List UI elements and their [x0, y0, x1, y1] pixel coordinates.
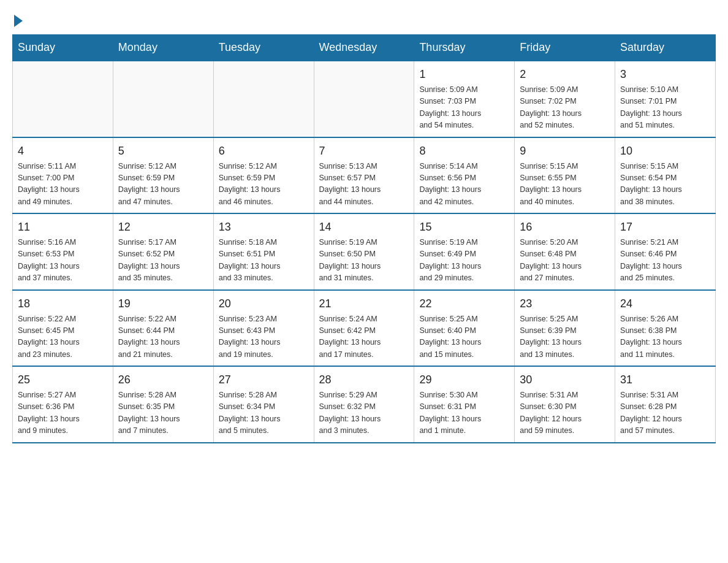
day-number: 31 [620, 372, 710, 388]
day-number: 14 [319, 219, 409, 236]
day-number: 24 [620, 296, 710, 312]
day-info: Sunrise: 5:12 AMSunset: 6:59 PMDaylight:… [118, 161, 208, 209]
day-info: Sunrise: 5:11 AMSunset: 7:00 PMDaylight:… [18, 161, 108, 209]
calendar-cell [213, 61, 314, 137]
day-number: 26 [118, 372, 208, 388]
weekday-header-wednesday: Wednesday [314, 35, 414, 61]
calendar-cell: 25Sunrise: 5:27 AMSunset: 6:36 PMDayligh… [13, 366, 113, 443]
day-info: Sunrise: 5:17 AMSunset: 6:52 PMDaylight:… [118, 237, 208, 285]
day-info: Sunrise: 5:15 AMSunset: 6:55 PMDaylight:… [520, 161, 610, 209]
day-info: Sunrise: 5:22 AMSunset: 6:44 PMDaylight:… [118, 313, 208, 361]
day-number: 18 [18, 296, 108, 312]
calendar-cell: 7Sunrise: 5:13 AMSunset: 6:57 PMDaylight… [314, 137, 414, 214]
day-info: Sunrise: 5:31 AMSunset: 6:28 PMDaylight:… [620, 389, 710, 437]
day-info: Sunrise: 5:12 AMSunset: 6:59 PMDaylight:… [219, 161, 309, 209]
day-number: 9 [520, 143, 610, 159]
calendar-cell: 31Sunrise: 5:31 AMSunset: 6:28 PMDayligh… [615, 366, 716, 443]
day-info: Sunrise: 5:25 AMSunset: 6:39 PMDaylight:… [520, 313, 610, 361]
day-info: Sunrise: 5:29 AMSunset: 6:32 PMDaylight:… [319, 389, 409, 437]
day-info: Sunrise: 5:28 AMSunset: 6:34 PMDaylight:… [219, 389, 309, 437]
day-info: Sunrise: 5:30 AMSunset: 6:31 PMDaylight:… [419, 389, 509, 437]
calendar-cell: 6Sunrise: 5:12 AMSunset: 6:59 PMDaylight… [213, 137, 314, 214]
calendar-cell: 3Sunrise: 5:10 AMSunset: 7:01 PMDaylight… [615, 61, 716, 137]
calendar-cell [314, 61, 414, 137]
calendar-cell [13, 61, 113, 137]
day-number: 28 [319, 372, 409, 388]
calendar-cell: 16Sunrise: 5:20 AMSunset: 6:48 PMDayligh… [515, 213, 615, 290]
weekday-header-thursday: Thursday [414, 35, 515, 61]
day-number: 27 [219, 372, 309, 388]
day-number: 1 [419, 66, 509, 83]
day-info: Sunrise: 5:14 AMSunset: 6:56 PMDaylight:… [419, 161, 509, 209]
day-info: Sunrise: 5:21 AMSunset: 6:46 PMDaylight:… [620, 237, 710, 285]
calendar-cell: 26Sunrise: 5:28 AMSunset: 6:35 PMDayligh… [113, 366, 213, 443]
day-info: Sunrise: 5:16 AMSunset: 6:53 PMDaylight:… [18, 237, 108, 285]
calendar-cell: 28Sunrise: 5:29 AMSunset: 6:32 PMDayligh… [314, 366, 414, 443]
week-row-2: 4Sunrise: 5:11 AMSunset: 7:00 PMDaylight… [13, 137, 716, 214]
day-number: 23 [520, 296, 610, 312]
day-number: 25 [18, 372, 108, 388]
page-header [12, 12, 716, 22]
calendar-cell: 22Sunrise: 5:25 AMSunset: 6:40 PMDayligh… [414, 290, 515, 367]
day-info: Sunrise: 5:09 AMSunset: 7:03 PMDaylight:… [419, 84, 509, 132]
day-number: 21 [319, 296, 409, 312]
calendar-cell: 21Sunrise: 5:24 AMSunset: 6:42 PMDayligh… [314, 290, 414, 367]
day-info: Sunrise: 5:28 AMSunset: 6:35 PMDaylight:… [118, 389, 208, 437]
calendar-cell: 10Sunrise: 5:15 AMSunset: 6:54 PMDayligh… [615, 137, 716, 214]
day-info: Sunrise: 5:09 AMSunset: 7:02 PMDaylight:… [520, 84, 610, 132]
calendar-cell: 5Sunrise: 5:12 AMSunset: 6:59 PMDaylight… [113, 137, 213, 214]
calendar-cell: 17Sunrise: 5:21 AMSunset: 6:46 PMDayligh… [615, 213, 716, 290]
day-number: 6 [219, 143, 309, 159]
weekday-header-sunday: Sunday [13, 35, 113, 61]
day-number: 12 [118, 219, 208, 236]
day-info: Sunrise: 5:20 AMSunset: 6:48 PMDaylight:… [520, 237, 610, 285]
day-info: Sunrise: 5:31 AMSunset: 6:30 PMDaylight:… [520, 389, 610, 437]
day-info: Sunrise: 5:27 AMSunset: 6:36 PMDaylight:… [18, 389, 108, 437]
calendar-cell: 9Sunrise: 5:15 AMSunset: 6:55 PMDaylight… [515, 137, 615, 214]
calendar-cell: 4Sunrise: 5:11 AMSunset: 7:00 PMDaylight… [13, 137, 113, 214]
calendar-cell: 15Sunrise: 5:19 AMSunset: 6:49 PMDayligh… [414, 213, 515, 290]
week-row-1: 1Sunrise: 5:09 AMSunset: 7:03 PMDaylight… [13, 61, 716, 137]
day-number: 3 [620, 66, 710, 83]
logo [12, 12, 23, 22]
day-info: Sunrise: 5:13 AMSunset: 6:57 PMDaylight:… [319, 161, 409, 209]
day-number: 4 [18, 143, 108, 159]
calendar-cell: 18Sunrise: 5:22 AMSunset: 6:45 PMDayligh… [13, 290, 113, 367]
calendar-cell: 24Sunrise: 5:26 AMSunset: 6:38 PMDayligh… [615, 290, 716, 367]
day-number: 17 [620, 219, 710, 236]
weekday-header-tuesday: Tuesday [213, 35, 314, 61]
week-row-5: 25Sunrise: 5:27 AMSunset: 6:36 PMDayligh… [13, 366, 716, 443]
week-row-4: 18Sunrise: 5:22 AMSunset: 6:45 PMDayligh… [13, 290, 716, 367]
day-number: 13 [219, 219, 309, 236]
day-number: 19 [118, 296, 208, 312]
week-row-3: 11Sunrise: 5:16 AMSunset: 6:53 PMDayligh… [13, 213, 716, 290]
calendar-cell: 20Sunrise: 5:23 AMSunset: 6:43 PMDayligh… [213, 290, 314, 367]
logo-arrow-icon [14, 15, 23, 27]
weekday-header-row: SundayMondayTuesdayWednesdayThursdayFrid… [13, 35, 716, 61]
day-number: 8 [419, 143, 509, 159]
weekday-header-saturday: Saturday [615, 35, 716, 61]
calendar-cell: 11Sunrise: 5:16 AMSunset: 6:53 PMDayligh… [13, 213, 113, 290]
day-info: Sunrise: 5:19 AMSunset: 6:49 PMDaylight:… [419, 237, 509, 285]
calendar-cell: 29Sunrise: 5:30 AMSunset: 6:31 PMDayligh… [414, 366, 515, 443]
day-info: Sunrise: 5:23 AMSunset: 6:43 PMDaylight:… [219, 313, 309, 361]
day-number: 2 [520, 66, 610, 83]
day-info: Sunrise: 5:15 AMSunset: 6:54 PMDaylight:… [620, 161, 710, 209]
calendar-cell [113, 61, 213, 137]
calendar-cell: 30Sunrise: 5:31 AMSunset: 6:30 PMDayligh… [515, 366, 615, 443]
day-number: 11 [18, 219, 108, 236]
calendar-table: SundayMondayTuesdayWednesdayThursdayFrid… [12, 34, 716, 443]
day-number: 15 [419, 219, 509, 236]
weekday-header-friday: Friday [515, 35, 615, 61]
day-number: 7 [319, 143, 409, 159]
day-number: 10 [620, 143, 710, 159]
calendar-cell: 23Sunrise: 5:25 AMSunset: 6:39 PMDayligh… [515, 290, 615, 367]
day-number: 30 [520, 372, 610, 388]
day-number: 22 [419, 296, 509, 312]
day-number: 29 [419, 372, 509, 388]
calendar-cell: 12Sunrise: 5:17 AMSunset: 6:52 PMDayligh… [113, 213, 213, 290]
day-info: Sunrise: 5:18 AMSunset: 6:51 PMDaylight:… [219, 237, 309, 285]
day-number: 20 [219, 296, 309, 312]
day-number: 5 [118, 143, 208, 159]
calendar-cell: 1Sunrise: 5:09 AMSunset: 7:03 PMDaylight… [414, 61, 515, 137]
